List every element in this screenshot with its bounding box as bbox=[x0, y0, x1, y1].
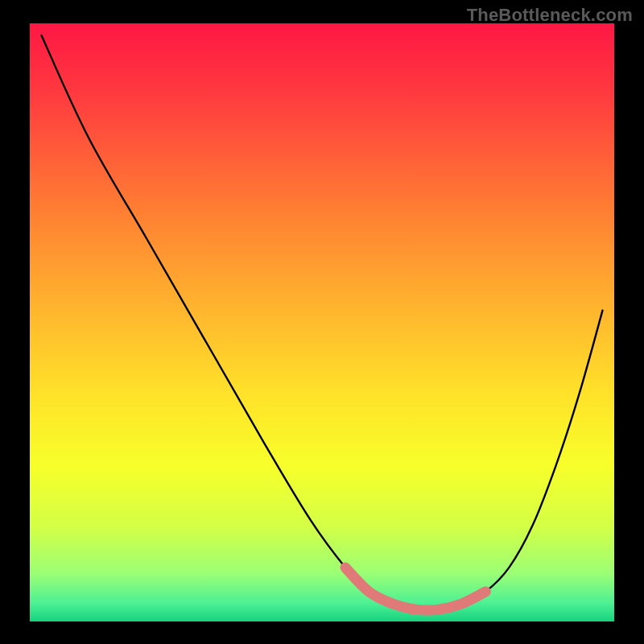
highlight-segment bbox=[345, 568, 485, 610]
watermark-label: TheBottleneck.com bbox=[467, 5, 633, 26]
curve-layer bbox=[30, 23, 614, 621]
plot-area bbox=[30, 23, 614, 621]
chart-stage: TheBottleneck.com bbox=[0, 0, 644, 644]
bottleneck-curve bbox=[42, 35, 603, 610]
